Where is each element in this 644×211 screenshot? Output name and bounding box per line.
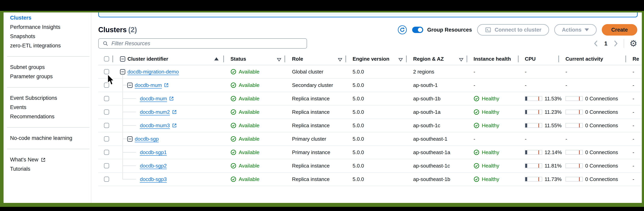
status-cell: Available [223, 106, 284, 119]
group-resources-label: Group Resources [427, 27, 472, 33]
collapse-row-icon[interactable] [127, 83, 132, 88]
group-resources-toggle[interactable] [412, 27, 423, 33]
region-az-cell: ap-south-1 [406, 79, 466, 92]
engine-version-value: 5.0.0 [352, 109, 364, 115]
actions-button[interactable]: Actions [554, 24, 597, 36]
cluster-link[interactable]: docdb-mum2 [140, 109, 170, 115]
status-available: Available [230, 82, 260, 88]
sidebar-item-subnet-groups[interactable]: Subnet groups [4, 63, 91, 72]
empty-value: - [632, 136, 634, 142]
current-activity-cell: - [558, 79, 626, 92]
sidebar-item-what-s-new[interactable]: What's New [4, 155, 91, 164]
connect-to-cluster-button[interactable]: Connect to cluster [477, 24, 549, 36]
previous-page-button[interactable] [594, 40, 598, 47]
meter-fill [525, 123, 527, 127]
tree-elbow-line [122, 179, 136, 179]
status-available-label: Available [239, 149, 260, 155]
instance-health-cell: Healthy [466, 146, 518, 159]
cpu-cell: 12.14% [518, 146, 558, 159]
tree-elbow-line [122, 152, 136, 152]
engine-version-cell: 5.0.0 [346, 146, 406, 159]
status-ok-icon [474, 163, 480, 169]
external-link-icon[interactable] [164, 83, 169, 88]
cluster-link[interactable]: docdb-migration-demo [128, 69, 179, 75]
sidebar-item-no-code-machine-learning[interactable]: No-code machine learning [4, 134, 91, 143]
status-ok-icon [474, 109, 480, 115]
create-button[interactable]: Create [602, 24, 637, 36]
connections-meter [566, 123, 583, 128]
row-checkbox[interactable] [104, 163, 109, 168]
recent-events-cell: - [626, 106, 642, 119]
sidebar-item-snapshots[interactable]: Snapshots [4, 32, 91, 41]
table-preferences-gear-icon[interactable]: ⚙ [630, 39, 637, 48]
select-all-checkbox[interactable] [104, 56, 109, 61]
health-healthy: Healthy [474, 176, 499, 182]
status-available: Available [230, 136, 260, 142]
row-checkbox[interactable] [104, 150, 109, 155]
filter-search-box[interactable] [98, 38, 307, 49]
engine-version-cell: 5.0.0 [346, 92, 406, 105]
status-cell: Available [223, 119, 284, 132]
sidebar-item-tutorials[interactable]: Tutorials [4, 164, 91, 174]
refresh-button[interactable] [398, 25, 407, 35]
filter-input[interactable] [111, 40, 303, 47]
status-ok-icon [230, 176, 236, 182]
filter-icon[interactable] [398, 57, 403, 63]
current-page[interactable]: 1 [604, 40, 607, 47]
sidebar-item-zero-etl-integrations[interactable]: zero-ETL integrations [4, 41, 91, 50]
external-link-icon[interactable] [169, 96, 174, 101]
role-value: Global cluster [292, 69, 324, 75]
row-checkbox[interactable] [104, 136, 109, 141]
sidebar-item-label: Events [10, 105, 26, 110]
sidebar-item-recommendations[interactable]: Recommendations [4, 112, 91, 121]
row-checkbox[interactable] [104, 96, 109, 101]
cpu-cell: 11.55% [518, 119, 558, 132]
row-checkbox[interactable] [104, 69, 109, 74]
row-checkbox[interactable] [104, 109, 109, 115]
filter-icon[interactable] [277, 57, 281, 63]
cpu-meter [525, 96, 542, 101]
collapse-row-icon[interactable] [127, 136, 132, 142]
cluster-link[interactable]: docdb-mum [135, 82, 162, 88]
role-cell: Global cluster [284, 65, 346, 78]
row-checkbox[interactable] [104, 177, 109, 182]
row-checkbox[interactable] [104, 83, 109, 88]
empty-value: - [525, 82, 526, 88]
sidebar-item-event-subscriptions[interactable]: Event Subscriptions [4, 93, 91, 103]
cluster-link[interactable]: docdb-mum [140, 96, 167, 102]
recent-events-cell: - [626, 173, 642, 186]
status-available: Available [230, 109, 260, 115]
engine-version-value: 5.0.0 [352, 176, 364, 182]
row-checkbox[interactable] [104, 123, 109, 128]
sidebar-item-events[interactable]: Events [4, 103, 91, 112]
current-activity-cell: 0 Connections [558, 119, 626, 132]
sidebar-item-performance-insights[interactable]: Performance Insights [4, 23, 91, 32]
collapse-all-icon[interactable] [120, 56, 125, 62]
cluster-link[interactable]: docdb-sgp1 [140, 149, 167, 155]
status-ok-icon [474, 122, 480, 128]
next-page-button[interactable] [613, 40, 618, 47]
cpu-meter [525, 150, 542, 155]
cluster-link[interactable]: docdb-sgp3 [140, 176, 167, 182]
cluster-link[interactable]: docdb-mum3 [140, 122, 170, 129]
recent-events-cell: - [626, 65, 642, 78]
empty-value: - [525, 69, 526, 75]
chevron-left-icon [594, 40, 598, 47]
region-az-cell: ap-southeast-1b [406, 173, 466, 186]
sort-ascending-icon[interactable] [214, 57, 218, 61]
empty-value: - [632, 69, 634, 75]
cluster-link[interactable]: docdb-sgp [135, 136, 159, 142]
engine-version-value: 5.0.0 [352, 149, 364, 155]
sidebar-item-parameter-groups[interactable]: Parameter groups [4, 72, 91, 81]
sidebar-item-label: Recommendations [10, 114, 54, 119]
sidebar-item-clusters[interactable]: Clusters [4, 13, 91, 23]
filter-icon[interactable] [459, 57, 464, 63]
column-header-re: Re [626, 53, 642, 65]
external-link-icon[interactable] [172, 123, 177, 128]
external-link-icon[interactable] [172, 109, 177, 115]
collapse-row-icon[interactable] [120, 69, 125, 75]
meter-threshold-tick [579, 177, 580, 181]
filter-icon[interactable] [338, 57, 342, 63]
status-cell: Available [223, 92, 284, 105]
cluster-link[interactable]: docdb-sgp2 [140, 163, 167, 169]
